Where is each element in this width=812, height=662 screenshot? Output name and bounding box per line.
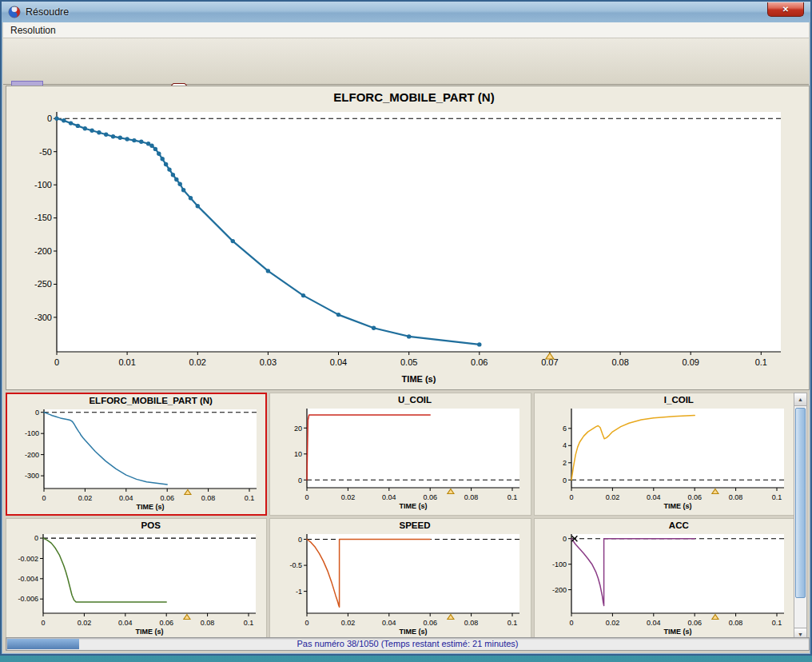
svg-text:0.01: 0.01 bbox=[118, 357, 135, 367]
svg-text:TIME (s): TIME (s) bbox=[402, 374, 436, 384]
svg-text:0: 0 bbox=[563, 477, 567, 485]
svg-text:0.04: 0.04 bbox=[330, 357, 347, 367]
main-chart-title: ELFORC_MOBILE_PART (N) bbox=[13, 86, 812, 104]
svg-text:4: 4 bbox=[563, 441, 567, 449]
small-chart-elforc: 0-100-200-30000.020.040.060.080.1TIME (s… bbox=[7, 405, 265, 512]
small-chart-speed-title: SPEED bbox=[285, 520, 531, 530]
svg-text:0.1: 0.1 bbox=[508, 619, 518, 627]
svg-text:0.04: 0.04 bbox=[382, 619, 396, 627]
small-chart-icoil: 024600.020.040.060.080.1TIME (s) bbox=[535, 405, 792, 512]
app-window: Résoudre ✕ Resolution bbox=[0, 0, 812, 656]
svg-text:0: 0 bbox=[305, 493, 309, 501]
svg-text:0.08: 0.08 bbox=[201, 494, 216, 502]
svg-text:0.02: 0.02 bbox=[78, 619, 92, 627]
small-chart-acc: 0-100-20000.020.040.060.080.1TIME (s) bbox=[535, 530, 792, 637]
scroll-down-icon: ▼ bbox=[798, 632, 803, 637]
toolbar: STOP bbox=[3, 38, 809, 85]
svg-text:0.02: 0.02 bbox=[605, 619, 619, 627]
svg-text:0.04: 0.04 bbox=[647, 493, 661, 501]
main-chart: 0-50-100-150-200-250-30000.010.020.030.0… bbox=[7, 104, 808, 385]
small-chart-speed-cell[interactable]: SPEED 0-0.5-100.020.040.060.080.1TIME (s… bbox=[269, 518, 531, 641]
svg-text:-200: -200 bbox=[552, 586, 567, 594]
svg-text:0.05: 0.05 bbox=[400, 357, 417, 367]
svg-text:20: 20 bbox=[294, 425, 302, 433]
svg-text:0.08: 0.08 bbox=[611, 357, 628, 367]
svg-text:TIME (s): TIME (s) bbox=[663, 502, 691, 510]
svg-text:-0.006: -0.006 bbox=[18, 595, 38, 603]
scrollbar-up-button[interactable]: ▲ bbox=[794, 393, 806, 406]
svg-text:TIME (s): TIME (s) bbox=[663, 628, 691, 636]
svg-text:0.04: 0.04 bbox=[119, 494, 133, 502]
scroll-up-icon: ▲ bbox=[798, 397, 803, 402]
svg-text:0.02: 0.02 bbox=[189, 357, 206, 367]
svg-text:-300: -300 bbox=[25, 472, 39, 480]
svg-text:0.02: 0.02 bbox=[341, 493, 356, 501]
svg-text:0.06: 0.06 bbox=[687, 493, 702, 501]
small-charts-grid: ELFORC_MOBILE_PART (N) 0-100-200-30000.0… bbox=[6, 393, 795, 641]
svg-text:0: 0 bbox=[54, 357, 59, 367]
svg-text:0.02: 0.02 bbox=[78, 494, 93, 502]
svg-text:0.06: 0.06 bbox=[471, 357, 488, 367]
small-chart-elforc-title: ELFORC_MOBILE_PART (N) bbox=[22, 396, 267, 405]
svg-text:0.08: 0.08 bbox=[464, 619, 479, 627]
svg-text:-50: -50 bbox=[39, 147, 52, 157]
svg-text:0: 0 bbox=[563, 535, 567, 543]
svg-text:0.04: 0.04 bbox=[382, 493, 396, 501]
svg-text:TIME (s): TIME (s) bbox=[400, 502, 428, 510]
small-chart-icoil-cell[interactable]: I_COIL 024600.020.040.060.080.1TIME (s) bbox=[534, 393, 795, 516]
svg-text:0: 0 bbox=[47, 114, 52, 123]
scrollbar-thumb[interactable] bbox=[795, 408, 806, 598]
small-chart-ucoil: 0102000.020.040.060.080.1TIME (s) bbox=[270, 405, 527, 512]
scrollbar[interactable]: ▲ ▼ bbox=[794, 393, 807, 641]
svg-text:0.08: 0.08 bbox=[728, 493, 742, 501]
svg-text:0: 0 bbox=[34, 534, 38, 542]
svg-text:6: 6 bbox=[563, 425, 567, 433]
svg-text:-0.004: -0.004 bbox=[18, 575, 38, 583]
svg-text:0.04: 0.04 bbox=[647, 619, 661, 627]
small-chart-pos: 0-0.002-0.004-0.00600.020.040.060.080.1T… bbox=[6, 530, 264, 637]
svg-text:-1: -1 bbox=[296, 588, 302, 596]
svg-text:0.1: 0.1 bbox=[771, 619, 782, 627]
svg-text:0: 0 bbox=[569, 619, 573, 627]
small-chart-ucoil-cell[interactable]: U_COIL 0102000.020.040.060.080.1TIME (s) bbox=[269, 393, 531, 516]
small-chart-acc-cell[interactable]: ACC 0-100-20000.020.040.060.080.1TIME (s… bbox=[534, 518, 795, 641]
svg-text:-200: -200 bbox=[25, 451, 39, 459]
small-chart-icoil-title: I_COIL bbox=[549, 395, 795, 405]
status-bar: Pas numéro 38/1050 (Temps restant estimé… bbox=[6, 637, 810, 651]
svg-text:TIME (s): TIME (s) bbox=[137, 503, 165, 511]
main-chart-panel: ELFORC_MOBILE_PART (N) 0-50-100-150-200-… bbox=[6, 86, 810, 390]
close-button[interactable]: ✕ bbox=[767, 2, 804, 17]
svg-text:0.06: 0.06 bbox=[424, 619, 438, 627]
svg-text:10: 10 bbox=[294, 450, 302, 458]
svg-text:0.06: 0.06 bbox=[424, 493, 438, 501]
window-title: Résoudre bbox=[26, 6, 69, 18]
svg-text:0.06: 0.06 bbox=[687, 619, 702, 627]
svg-text:-300: -300 bbox=[34, 313, 52, 322]
svg-text:0.08: 0.08 bbox=[464, 493, 479, 501]
svg-text:0.1: 0.1 bbox=[244, 619, 254, 627]
small-chart-elforc-cell[interactable]: ELFORC_MOBILE_PART (N) 0-100-200-30000.0… bbox=[6, 393, 267, 516]
menu-resolution[interactable]: Resolution bbox=[3, 23, 63, 38]
svg-text:-150: -150 bbox=[34, 213, 52, 222]
svg-text:0.1: 0.1 bbox=[771, 493, 782, 501]
svg-text:0.06: 0.06 bbox=[160, 494, 174, 502]
svg-text:TIME (s): TIME (s) bbox=[136, 628, 164, 636]
titlebar[interactable]: Résoudre ✕ bbox=[2, 2, 810, 22]
small-chart-acc-title: ACC bbox=[549, 520, 795, 530]
svg-text:0.03: 0.03 bbox=[260, 357, 277, 367]
svg-text:0: 0 bbox=[42, 494, 46, 502]
svg-text:0: 0 bbox=[569, 493, 573, 501]
small-chart-pos-title: POS bbox=[21, 520, 267, 530]
svg-text:0.02: 0.02 bbox=[605, 493, 619, 501]
svg-text:0.1: 0.1 bbox=[508, 493, 518, 501]
svg-text:0: 0 bbox=[35, 409, 39, 417]
small-chart-pos-cell[interactable]: POS 0-0.002-0.004-0.00600.020.040.060.08… bbox=[6, 518, 267, 641]
app-icon bbox=[8, 6, 21, 18]
svg-text:0.04: 0.04 bbox=[118, 619, 133, 627]
svg-text:-0.002: -0.002 bbox=[18, 555, 38, 563]
svg-text:0: 0 bbox=[41, 619, 45, 627]
svg-text:-200: -200 bbox=[34, 246, 52, 256]
small-chart-speed: 0-0.5-100.020.040.060.080.1TIME (s) bbox=[270, 530, 527, 637]
svg-text:-250: -250 bbox=[34, 279, 52, 289]
svg-text:0.06: 0.06 bbox=[159, 619, 173, 627]
